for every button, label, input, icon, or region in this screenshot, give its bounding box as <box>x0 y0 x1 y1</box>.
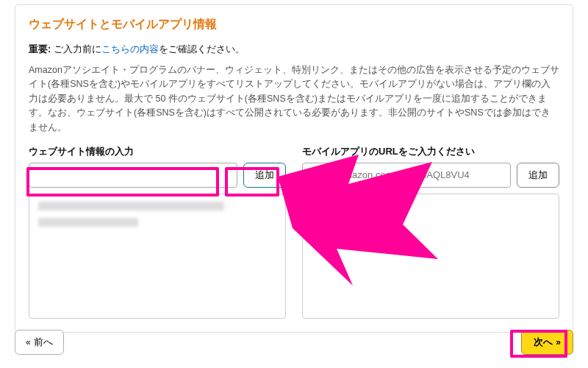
website-column: ウェブサイト情報の入力 追加 <box>29 145 286 319</box>
mobile-listbox <box>302 194 559 319</box>
mobile-add-button[interactable]: 追加 <box>517 163 559 188</box>
chevron-right-icon: » <box>556 337 561 347</box>
important-label: 重要: <box>29 43 51 54</box>
list-item <box>38 202 224 210</box>
mobile-input-row: 追加 <box>302 163 559 188</box>
website-input-row: 追加 <box>29 163 286 188</box>
important-before: ご入力前に <box>51 43 101 54</box>
website-input[interactable] <box>29 163 237 188</box>
next-button[interactable]: 次へ » <box>521 330 573 355</box>
mobile-label: モバイルアプリのURLをご入力ください <box>302 145 559 158</box>
website-add-button[interactable]: 追加 <box>243 163 286 188</box>
bottom-nav: « 前へ 次へ » <box>15 330 573 355</box>
mobile-url-input[interactable] <box>302 163 511 188</box>
mobile-column: モバイルアプリのURLをご入力ください 追加 <box>302 145 559 319</box>
next-label: 次へ <box>534 336 553 349</box>
chevron-left-icon: « <box>26 337 31 347</box>
list-item <box>38 218 138 227</box>
website-label: ウェブサイト情報の入力 <box>29 145 286 158</box>
important-after: をご確認ください。 <box>159 43 245 54</box>
prev-label: 前へ <box>34 336 53 349</box>
prev-button[interactable]: « 前へ <box>15 330 64 355</box>
columns: ウェブサイト情報の入力 追加 モバイルアプリのURLをご入力ください 追加 <box>29 145 559 319</box>
description-text: Amazonアソシエイト・プログラムのバナー、ウィジェット、特別リンク、またはそ… <box>29 63 559 135</box>
important-notice: 重要: ご入力前にこちらの内容をご確認ください。 <box>29 43 559 56</box>
important-link[interactable]: こちらの内容 <box>101 43 159 54</box>
info-card: ウェブサイトとモバイルアプリ情報 重要: ご入力前にこちらの内容をご確認ください… <box>15 4 573 333</box>
website-listbox <box>29 194 286 319</box>
card-title: ウェブサイトとモバイルアプリ情報 <box>29 17 559 32</box>
